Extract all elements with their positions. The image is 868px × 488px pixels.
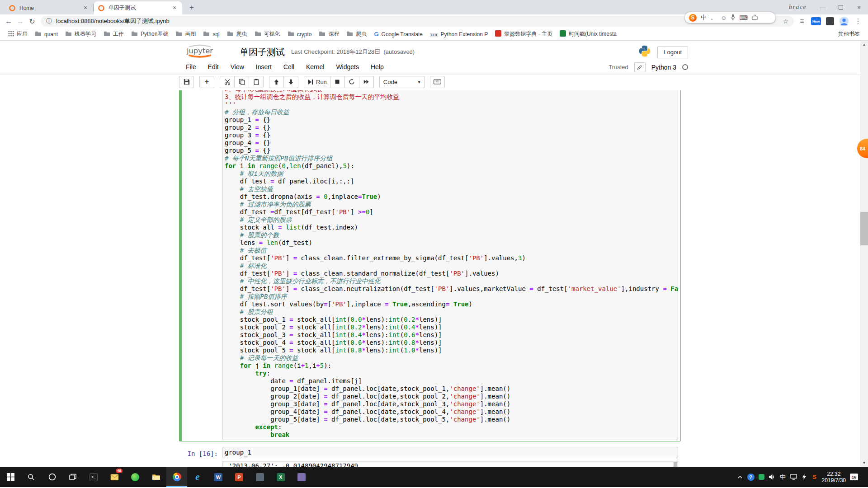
volume-icon[interactable] (769, 474, 776, 480)
sogou-tray-icon[interactable]: S (811, 474, 818, 480)
move-cell-down-button[interactable] (283, 76, 298, 88)
sogou-logo-icon[interactable]: S (689, 14, 697, 22)
code-editor[interactable]: 2、每个N天重新按照PB值调仓选股 3、统计每一组调仓之后的收益，计算调仓后每一… (222, 90, 678, 440)
bookmark-item[interactable]: 爬虫 (223, 29, 251, 39)
cortana-button[interactable] (42, 467, 62, 487)
bookmark-item[interactable]: 画图 (172, 29, 199, 39)
menu-insert[interactable]: Insert (250, 60, 278, 75)
bookmark-item[interactable]: LFDPython Extension P (426, 29, 491, 39)
other-bookmarks[interactable]: 其他书签 (835, 29, 863, 39)
emoji-icon[interactable]: ☺ (721, 14, 726, 21)
scroll-up-icon[interactable]: ▲ (860, 41, 868, 48)
run-button[interactable]: Run (304, 76, 330, 88)
restart-kernel-button[interactable] (344, 76, 359, 88)
maximize-button[interactable] (832, 0, 850, 14)
tab-close-icon[interactable]: × (82, 5, 89, 12)
menu-cell[interactable]: Cell (278, 60, 300, 75)
powerpoint-app[interactable]: P (229, 467, 250, 487)
bookmark-star-icon[interactable]: ☆ (783, 18, 788, 25)
jupyter-logo[interactable]: jupyter (179, 43, 221, 61)
tab-home[interactable]: Home × (5, 1, 93, 14)
power-icon[interactable] (801, 474, 807, 480)
menu-file[interactable]: File (180, 60, 202, 75)
bookmark-item[interactable]: 爬虫 (343, 29, 370, 39)
bookmark-item[interactable]: 可视化 (251, 29, 284, 39)
menu-view[interactable]: View (225, 60, 250, 75)
word-app[interactable]: W (208, 467, 229, 487)
toolbox-icon[interactable] (752, 14, 758, 21)
file-explorer-app[interactable] (146, 467, 166, 487)
ime-mode-toggle[interactable]: 中 (701, 14, 707, 22)
cut-cell-button[interactable] (220, 76, 235, 88)
terminal-app[interactable]: >_ (83, 467, 104, 487)
ie-app[interactable]: e (187, 467, 208, 487)
tab-notebook[interactable]: 单因子测试 × (94, 1, 182, 14)
menu-kernel[interactable]: Kernel (300, 60, 330, 75)
minimize-button[interactable]: — (814, 0, 832, 14)
save-button[interactable] (179, 76, 194, 88)
new-extension-icon[interactable]: New (811, 16, 821, 27)
network-icon[interactable] (790, 474, 797, 480)
bookmark-item[interactable]: crypto (284, 29, 316, 39)
browser-360-app[interactable] (125, 467, 146, 487)
bookmark-item[interactable]: 工作 (100, 29, 127, 39)
code-cell-2[interactable]: In [16]: group_1 '2013-06-27': -0.014890… (179, 444, 681, 467)
menu-help[interactable]: Help (365, 60, 390, 75)
app-grey-2[interactable] (291, 467, 312, 487)
profile-avatar[interactable] (839, 16, 849, 27)
bookmark-item[interactable]: GGoogle Translate (370, 29, 426, 39)
browser-menu-icon[interactable]: ⋮ (853, 16, 863, 27)
bookmark-item[interactable]: 课程 (315, 29, 343, 39)
bookmark-item[interactable]: quant (31, 29, 61, 39)
add-cell-button[interactable]: + (199, 76, 214, 88)
reload-icon[interactable]: ↻ (26, 15, 38, 27)
move-cell-up-button[interactable] (269, 76, 284, 88)
bookmark-item[interactable]: sql (199, 29, 223, 39)
tray-expand-icon[interactable] (737, 476, 743, 479)
site-info-icon[interactable]: ⓘ (46, 17, 52, 25)
copy-cell-button[interactable] (234, 76, 249, 88)
chrome-app[interactable] (166, 467, 187, 487)
paste-cell-button[interactable] (249, 76, 264, 88)
restart-run-all-button[interactable] (359, 76, 374, 88)
keyboard-icon[interactable]: ⌨ (739, 14, 748, 21)
bookmark-item[interactable]: 机器学习 (61, 29, 100, 39)
code-cell-selected[interactable]: 2、每个N天重新按照PB值调仓选股 3、统计每一组调仓之后的收益，计算调仓后每一… (179, 90, 681, 441)
command-palette-button[interactable] (430, 76, 445, 88)
tab-close-icon[interactable]: × (171, 5, 178, 12)
antivirus-tray-icon[interactable] (759, 474, 765, 480)
action-center-icon[interactable]: 16 (850, 474, 858, 480)
code-editor-2[interactable]: group_1 (222, 447, 678, 458)
interrupt-kernel-button[interactable] (330, 76, 345, 88)
back-icon[interactable]: ← (3, 15, 14, 27)
output-scrollbar[interactable] (673, 461, 678, 467)
output-scroll-box[interactable]: '2013-06-27': -0.01489042948717949, (222, 461, 678, 467)
bookmark-item[interactable]: 时间戳(Unix timesta (556, 29, 620, 39)
ime-indicator[interactable]: 中 (780, 473, 786, 481)
menu-edit[interactable]: Edit (202, 60, 225, 75)
bookmark-item[interactable]: 聚源数据字典 - 主页 (491, 29, 556, 39)
task-view-button[interactable] (62, 467, 83, 487)
notebook-title[interactable]: 单因子测试 (240, 46, 285, 58)
close-button[interactable]: × (850, 0, 868, 14)
taskbar-clock[interactable]: 22:32 2019/7/30 (822, 471, 846, 483)
address-bar[interactable]: ⓘ localhost:8888/notebooks/单因子测试.ipynb ☆ (41, 16, 794, 27)
bookmark-item[interactable]: Python基础 (127, 29, 172, 39)
forward-icon[interactable]: → (14, 15, 26, 27)
reading-list-icon[interactable]: ≡ (797, 16, 807, 27)
mail-app[interactable]: 48 (104, 467, 125, 487)
apps-shortcut[interactable]: 应用 (5, 29, 31, 39)
start-button[interactable] (0, 467, 21, 487)
menu-widgets[interactable]: Widgets (330, 60, 365, 75)
logout-button[interactable]: Logout (657, 46, 688, 58)
page-scrollbar[interactable]: ▲ ▼ (860, 41, 868, 467)
mic-icon[interactable] (731, 14, 735, 22)
scrollbar-thumb[interactable] (860, 212, 868, 245)
punctuation-toggle[interactable]: 。 (711, 14, 717, 22)
search-button[interactable] (21, 467, 42, 487)
screenshot-extension-icon[interactable] (825, 16, 835, 27)
cell-type-select[interactable]: Code▾ (379, 76, 425, 88)
excel-app[interactable]: X (270, 467, 291, 487)
new-tab-button[interactable]: + (186, 2, 198, 14)
scroll-down-icon[interactable]: ▼ (860, 459, 868, 467)
